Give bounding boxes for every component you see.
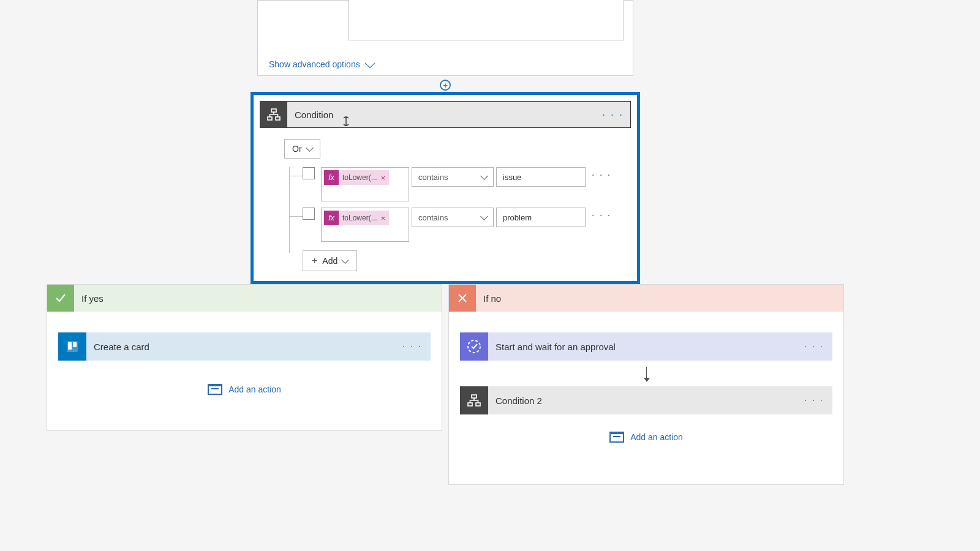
approval-action[interactable]: Start and wait for an approval · · · — [460, 332, 832, 361]
group-operator-label: Or — [292, 144, 302, 154]
approval-icon — [460, 332, 488, 361]
if-yes-header: If yes — [47, 285, 442, 312]
operator-select[interactable]: contains — [412, 167, 494, 187]
operator-select[interactable]: contains — [412, 208, 494, 227]
remove-expression-button[interactable]: × — [381, 214, 386, 223]
add-action-label: Add an action — [630, 432, 683, 442]
action-label: Create a card — [86, 342, 149, 352]
chevron-down-icon — [306, 144, 314, 152]
operator-label: contains — [418, 213, 448, 222]
trello-icon — [58, 332, 86, 361]
add-condition-button[interactable]: + Add — [303, 250, 357, 271]
if-yes-branch: If yes Create a card · · · Add an action — [47, 284, 442, 431]
svg-rect-7 — [472, 395, 477, 398]
create-card-action[interactable]: Create a card · · · — [58, 332, 431, 361]
svg-point-6 — [468, 340, 480, 353]
add-action-icon — [208, 384, 222, 395]
row-more-button[interactable]: · · · — [592, 167, 611, 181]
add-action-icon — [609, 432, 624, 443]
expression-pill: fx toLower(... × — [324, 170, 389, 185]
expression-field[interactable]: fx toLower(... × — [321, 167, 409, 201]
condition-card: Condition · · · Or fx toLower(... — [251, 92, 640, 284]
fx-icon: fx — [324, 170, 339, 185]
previous-step-textarea[interactable] — [349, 0, 624, 40]
if-no-header: If no — [449, 285, 843, 312]
svg-rect-1 — [268, 117, 272, 120]
svg-rect-2 — [276, 117, 280, 120]
check-icon — [47, 285, 74, 312]
group-operator-select[interactable]: Or — [284, 139, 320, 159]
add-action-label: Add an action — [228, 384, 281, 394]
condition-icon — [460, 386, 488, 414]
chevron-down-icon — [480, 212, 488, 220]
fx-icon: fx — [324, 211, 339, 225]
svg-rect-5 — [73, 342, 77, 347]
previous-step-card: Show advanced options — [257, 0, 633, 76]
condition-2-action[interactable]: Condition 2 · · · — [460, 386, 832, 414]
remove-expression-button[interactable]: × — [381, 173, 386, 182]
condition-row: fx toLower(... × contains · · · — [284, 208, 631, 242]
if-no-label: If no — [476, 293, 501, 304]
chevron-down-icon — [341, 256, 349, 264]
value-input[interactable] — [496, 208, 586, 227]
if-yes-label: If yes — [74, 293, 104, 304]
condition-icon — [260, 101, 287, 128]
condition-row: fx toLower(... × contains · · · — [284, 167, 631, 201]
cross-icon — [449, 285, 476, 312]
action-more-button[interactable]: · · · — [402, 341, 422, 352]
expression-label: toLower(... — [342, 214, 377, 222]
expression-pill: fx toLower(... × — [324, 211, 389, 225]
add-condition-label: Add — [322, 256, 337, 266]
action-more-button[interactable]: · · · — [804, 341, 824, 352]
condition-title: Condition — [287, 110, 333, 120]
if-no-branch: If no Start and wait for an approval · ·… — [448, 284, 844, 485]
operator-label: contains — [418, 173, 448, 182]
add-step-button[interactable]: + — [440, 80, 451, 91]
add-action-button[interactable]: Add an action — [47, 384, 442, 395]
condition-header[interactable]: Condition — [260, 101, 631, 128]
chevron-down-icon — [364, 58, 375, 69]
show-advanced-options-link[interactable]: Show advanced options — [269, 59, 374, 69]
chevron-down-icon — [480, 172, 488, 180]
row-checkbox[interactable] — [303, 167, 315, 179]
svg-rect-0 — [271, 109, 276, 112]
expression-label: toLower(... — [342, 173, 377, 182]
expression-field[interactable]: fx toLower(... × — [321, 208, 409, 242]
row-checkbox[interactable] — [303, 208, 315, 220]
arrow-down-icon — [646, 367, 647, 381]
action-label: Condition 2 — [488, 395, 542, 406]
show-advanced-options-label: Show advanced options — [269, 59, 360, 69]
plus-icon: + — [312, 256, 317, 266]
svg-rect-8 — [468, 403, 472, 406]
svg-rect-9 — [476, 403, 480, 406]
row-more-button[interactable]: · · · — [592, 208, 611, 221]
action-label: Start and wait for an approval — [488, 342, 616, 352]
add-action-button[interactable]: Add an action — [449, 432, 843, 443]
action-more-button[interactable]: · · · — [804, 395, 824, 406]
svg-rect-4 — [68, 342, 72, 350]
condition-more-button[interactable]: · · · — [602, 108, 624, 121]
value-input[interactable] — [496, 167, 586, 187]
